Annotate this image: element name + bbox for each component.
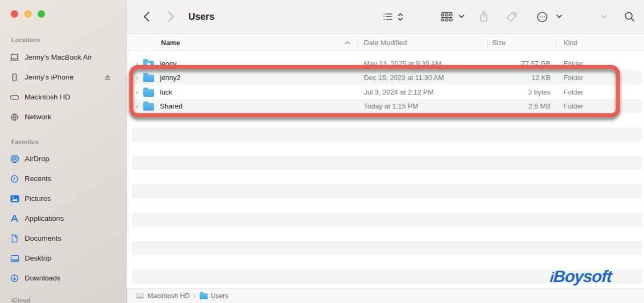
- table-row-shared[interactable]: › Shared Today at 1:15 PM 2.5 MB Folder: [131, 99, 642, 113]
- tag-icon[interactable]: [506, 0, 517, 33]
- sidebar-item-airdrop[interactable]: AirDrop: [8, 149, 123, 169]
- group-chevron-icon[interactable]: [458, 0, 465, 33]
- view-switch-chevrons-icon[interactable]: [397, 0, 404, 33]
- file-size: 2.5 MB: [487, 99, 551, 113]
- forward-button[interactable]: [168, 0, 175, 33]
- file-kind: Folder: [564, 70, 583, 85]
- table-row-jenny[interactable]: › jenny May 13, 2025 at 9:39 AM 77.57 GB…: [131, 56, 642, 71]
- disclosure-chevron-icon[interactable]: ›: [136, 70, 138, 85]
- globe-icon: [8, 113, 21, 121]
- toolbar: Users: [127, 0, 644, 33]
- sidebar-item-label: Applications: [25, 214, 64, 222]
- sidebar-item-downloads[interactable]: Downloads: [8, 268, 123, 288]
- column-header-date-modified[interactable]: Date Modified: [364, 34, 407, 52]
- back-button[interactable]: [143, 0, 150, 33]
- date-modified: Dec 19, 2023 at 11:30 AM: [364, 70, 444, 85]
- more-chevron-icon[interactable]: [556, 0, 562, 33]
- date-modified: May 13, 2025 at 9:39 AM: [364, 56, 442, 71]
- date-modified: Jul 3, 2024 at 2:12 PM: [364, 85, 434, 99]
- sidebar-item-label: AirDrop: [25, 155, 49, 163]
- sidebar-item-label: Macintosh HD: [25, 93, 70, 101]
- sidebar-item-label: Network: [25, 113, 52, 121]
- file-name: Shared: [160, 99, 182, 113]
- finder-content: Users Name: [127, 0, 644, 303]
- downloads-icon: [8, 274, 21, 283]
- sidebar-item-documents[interactable]: Documents: [8, 228, 123, 248]
- airdrop-icon: [8, 154, 21, 163]
- sidebar-item-desktop[interactable]: Desktop: [8, 248, 123, 268]
- mini-drive-icon: [136, 292, 144, 299]
- folder-icon: [143, 70, 154, 85]
- search-icon[interactable]: [624, 0, 635, 33]
- disclosure-chevron-icon[interactable]: ›: [136, 99, 138, 113]
- file-name: jenny2: [160, 70, 180, 85]
- pictures-icon: [8, 195, 21, 203]
- more-actions-icon[interactable]: [537, 0, 548, 33]
- sidebar-item-label: Downloads: [25, 274, 61, 282]
- breadcrumb-macintosh-hd[interactable]: Macintosh HD: [136, 292, 190, 300]
- eject-icon[interactable]: [104, 74, 112, 81]
- column-header-row: Name Date Modified Size Kind: [127, 33, 644, 51]
- close-window-button[interactable]: [11, 10, 18, 18]
- sidebar-item-macbook-air[interactable]: Jenny’s MacBook Air: [8, 47, 123, 67]
- finder-sidebar: Locations Jenny’s MacBook Air Jenny's iP…: [0, 0, 127, 303]
- sidebar-item-label: Jenny's iPhone: [25, 73, 74, 81]
- file-kind: Folder: [564, 56, 583, 71]
- sidebar-item-label: Pictures: [25, 194, 51, 203]
- sidebar-item-label: Desktop: [25, 254, 52, 262]
- iphone-icon: [8, 73, 21, 82]
- sidebar-item-recents[interactable]: Recents: [8, 169, 123, 189]
- empty-row-stripe: [131, 184, 642, 198]
- sort-ascending-icon: [345, 34, 350, 52]
- minimize-window-button[interactable]: [24, 10, 32, 18]
- sidebar-item-label: Recents: [25, 175, 52, 183]
- group-by-icon[interactable]: [441, 0, 453, 33]
- file-kind: Folder: [564, 85, 583, 99]
- column-header-name[interactable]: Name: [161, 34, 180, 52]
- sidebar-item-iphone[interactable]: Jenny's iPhone: [8, 67, 123, 87]
- file-kind: Folder: [564, 99, 583, 113]
- mini-folder-icon: [200, 293, 208, 299]
- path-bar: Macintosh HD › Users: [127, 288, 644, 303]
- sidebar-item-network[interactable]: Network: [8, 107, 123, 127]
- list-view-icon[interactable]: [383, 0, 393, 33]
- breadcrumb-label: Users: [211, 292, 229, 300]
- iboysoft-watermark: iBoysoft: [550, 267, 612, 286]
- disclosure-chevron-icon[interactable]: ›: [136, 56, 138, 71]
- home-folder-icon: [143, 56, 154, 71]
- document-icon: [8, 234, 21, 243]
- collapse-chevron-icon[interactable]: [601, 0, 607, 33]
- share-icon[interactable]: [479, 0, 489, 33]
- date-modified: Today at 1:15 PM: [364, 99, 418, 113]
- disclosure-chevron-icon[interactable]: ›: [136, 85, 138, 99]
- zoom-window-button[interactable]: [38, 10, 45, 18]
- sidebar-item-pictures[interactable]: Pictures: [8, 189, 123, 208]
- column-header-size[interactable]: Size: [492, 34, 506, 52]
- column-divider[interactable]: [487, 38, 488, 48]
- window-title: Users: [188, 0, 215, 33]
- desktop-icon: [8, 255, 21, 262]
- column-divider[interactable]: [555, 38, 556, 48]
- sidebar-item-macintosh-hd[interactable]: Macintosh HD: [8, 87, 123, 107]
- breadcrumb-users[interactable]: Users: [200, 292, 229, 300]
- file-name: luck: [160, 85, 172, 99]
- column-divider[interactable]: [358, 38, 358, 48]
- window-controls: [11, 10, 45, 18]
- empty-row-stripe: [131, 213, 642, 227]
- file-size: 3 bytes: [487, 85, 551, 99]
- folder-icon: [143, 85, 154, 99]
- column-header-kind[interactable]: Kind: [564, 34, 577, 52]
- folder-icon: [143, 99, 154, 113]
- breadcrumb-label: Macintosh HD: [148, 292, 190, 300]
- empty-row-stripe: [131, 241, 642, 255]
- table-row-luck[interactable]: › luck Jul 3, 2024 at 2:12 PM 3 bytes Fo…: [131, 85, 642, 99]
- breadcrumb-separator: ›: [194, 292, 196, 300]
- laptop-icon: [8, 53, 21, 61]
- sidebar-item-applications[interactable]: Applications: [8, 208, 123, 228]
- table-row-jenny2[interactable]: › jenny2 Dec 19, 2023 at 11:30 AM 12 KB …: [131, 70, 642, 85]
- sidebar-section-locations: Locations: [11, 37, 40, 43]
- clock-icon: [8, 175, 21, 183]
- sidebar-section-favorites: Favorites: [11, 139, 39, 145]
- sidebar-item-label: Jenny’s MacBook Air: [25, 53, 92, 61]
- sidebar-section-icloud: iCloud: [11, 297, 31, 303]
